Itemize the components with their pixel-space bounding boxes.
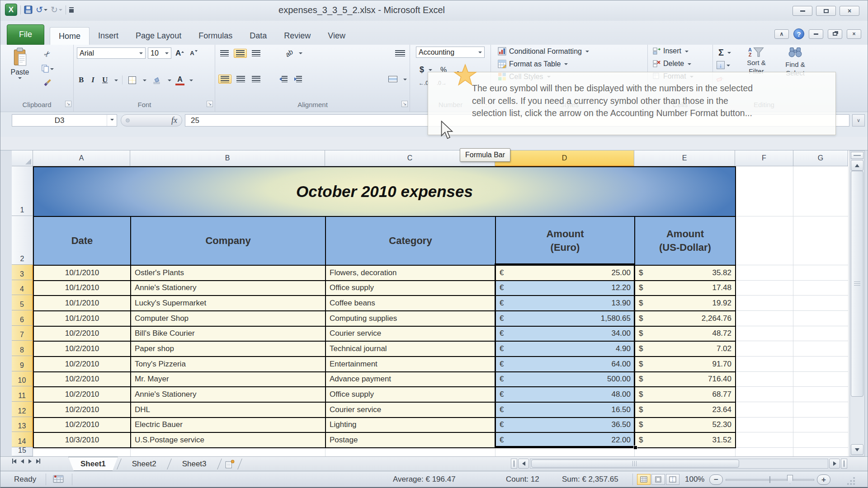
cell-date[interactable]: 10/2/2010 xyxy=(34,372,131,388)
row-header-1[interactable]: 1 xyxy=(12,166,33,216)
fill-button[interactable]: ↓ xyxy=(717,61,725,69)
cell-amount-euro[interactable]: €64.00 xyxy=(496,357,635,372)
scroll-up-button[interactable] xyxy=(851,160,863,171)
insert-function-area[interactable]: fx xyxy=(121,114,182,127)
accounting-format-button[interactable]: $ xyxy=(418,64,426,75)
increase-indent-button[interactable] xyxy=(292,75,304,83)
cell-company[interactable]: Paper shop xyxy=(131,342,326,357)
cell-amount-usd[interactable]: $19.92 xyxy=(635,296,736,311)
workbook-close-button[interactable]: × xyxy=(847,29,861,39)
delete-cells-button[interactable]: Delete xyxy=(663,60,684,68)
font-size-select[interactable]: 10 xyxy=(148,47,171,59)
wrap-text-button[interactable] xyxy=(393,49,407,57)
column-header-G[interactable]: G xyxy=(793,150,848,166)
scroll-right-button[interactable] xyxy=(829,459,840,469)
row-header-11[interactable]: 11 xyxy=(12,386,33,402)
macro-record-button[interactable] xyxy=(53,474,64,486)
tab-file[interactable]: File xyxy=(7,24,44,45)
top-align-button[interactable] xyxy=(218,49,231,57)
cell-category[interactable]: Computing supplies xyxy=(326,311,496,327)
cell-amount-euro[interactable]: €12.20 xyxy=(496,281,635,296)
cell-amount-usd[interactable]: $91.70 xyxy=(635,357,736,372)
vertical-scrollbar[interactable] xyxy=(849,150,865,456)
format-painter-button[interactable] xyxy=(39,78,56,88)
cell-amount-euro[interactable]: €48.00 xyxy=(496,387,635,403)
orientation-button[interactable]: ab xyxy=(282,46,296,60)
horizontal-split-handle-right[interactable] xyxy=(841,459,847,469)
cell-amount-euro[interactable]: €1,580.65 xyxy=(496,311,635,327)
cell-company[interactable]: U.S.Postage service xyxy=(131,433,326,448)
cell-amount-euro[interactable]: €500.00 xyxy=(496,372,635,388)
align-right-button[interactable] xyxy=(250,75,262,83)
cell-amount-euro[interactable]: €22.00 xyxy=(496,433,635,448)
table-header-cell[interactable]: Company xyxy=(131,217,326,266)
fill-color-button[interactable] xyxy=(151,75,163,85)
alignment-dialog-launcher[interactable]: ↘ xyxy=(401,101,408,107)
row-header-2[interactable]: 2 xyxy=(12,216,33,265)
insert-cells-button[interactable]: Insert xyxy=(663,47,681,55)
column-header-E[interactable]: E xyxy=(634,150,735,166)
cell-amount-usd[interactable]: $716.40 xyxy=(635,372,736,388)
tab-insert[interactable]: Insert xyxy=(90,27,127,45)
cell-category[interactable]: Lighting xyxy=(326,418,496,433)
cell-company[interactable]: Ostler's Plants xyxy=(131,266,326,281)
cell-category[interactable]: Advance payment xyxy=(326,372,496,388)
cell-date[interactable]: 10/2/2010 xyxy=(34,342,131,357)
cell-company[interactable]: Bill's Bike Courier xyxy=(131,327,326,342)
cell-amount-usd[interactable]: $52.30 xyxy=(635,418,736,433)
font-family-select[interactable]: Arial xyxy=(77,47,146,59)
tab-view[interactable]: View xyxy=(319,27,354,45)
row-header-9[interactable]: 9 xyxy=(12,356,33,371)
expand-formula-bar-button[interactable]: ∨ xyxy=(852,114,865,127)
cell-amount-euro[interactable]: €16.50 xyxy=(496,403,635,418)
sheet-tab-sheet2[interactable]: Sheet2 xyxy=(120,457,168,471)
horizontal-split-handle[interactable] xyxy=(511,459,517,469)
clipboard-dialog-launcher[interactable]: ↘ xyxy=(65,101,71,107)
row-header-5[interactable]: 5 xyxy=(12,295,33,310)
shrink-font-button[interactable]: A xyxy=(188,49,199,57)
cell-amount-usd[interactable]: $7.02 xyxy=(635,342,736,357)
borders-button[interactable] xyxy=(127,75,138,85)
first-sheet-button[interactable] xyxy=(12,459,16,464)
cell-date[interactable]: 10/2/2010 xyxy=(34,387,131,403)
workbook-restore-button[interactable] xyxy=(828,29,842,39)
page-layout-view-button[interactable] xyxy=(651,474,665,485)
sheet-tab-sheet3[interactable]: Sheet3 xyxy=(170,457,218,471)
center-button[interactable] xyxy=(235,75,247,83)
cell-date[interactable]: 10/2/2010 xyxy=(34,418,131,433)
cell-amount-euro[interactable]: €13.90 xyxy=(496,296,635,311)
close-button[interactable]: × xyxy=(840,6,859,16)
cell-company[interactable]: DHL xyxy=(131,403,326,418)
cell-category[interactable]: Office supply xyxy=(326,281,496,296)
font-color-button[interactable]: A xyxy=(175,75,184,85)
tab-data[interactable]: Data xyxy=(241,27,275,45)
cell-date[interactable]: 10/2/2010 xyxy=(34,403,131,418)
cell-category[interactable]: Coffee beans xyxy=(326,296,496,311)
sheet-tab-sheet1[interactable]: Sheet1 xyxy=(68,457,118,471)
table-header-cell[interactable]: Amount (US-Dollar) xyxy=(635,217,736,266)
collapse-ribbon-button[interactable]: ∧ xyxy=(774,29,789,39)
sort-filter-button[interactable]: AZ Sort &Filter xyxy=(738,47,774,75)
fill-handle[interactable] xyxy=(633,446,637,450)
cell-date[interactable]: 10/2/2010 xyxy=(34,357,131,372)
select-all-button[interactable] xyxy=(12,150,33,166)
cell-amount-usd[interactable]: $31.52 xyxy=(635,433,736,448)
next-sheet-button[interactable] xyxy=(28,459,32,464)
italic-button[interactable]: I xyxy=(90,75,96,85)
row-header-7[interactable]: 7 xyxy=(12,326,33,341)
cell-category[interactable]: Postage xyxy=(326,433,496,448)
cell-amount-usd[interactable]: $35.82 xyxy=(635,266,736,281)
cell-company[interactable]: Computer Shop xyxy=(131,311,326,327)
cell-date[interactable]: 10/1/2010 xyxy=(34,266,131,281)
cell-date[interactable]: 10/1/2010 xyxy=(34,281,131,296)
decrease-indent-button[interactable] xyxy=(278,75,289,83)
last-sheet-button[interactable] xyxy=(36,459,40,464)
row-header-10[interactable]: 10 xyxy=(12,371,33,387)
row-header-6[interactable]: 6 xyxy=(12,310,33,326)
minimize-button[interactable] xyxy=(793,6,812,16)
cell-company[interactable]: Lucky's Supermarket xyxy=(131,296,326,311)
cell-date[interactable]: 10/1/2010 xyxy=(34,311,131,327)
column-header-D[interactable]: D xyxy=(495,150,634,166)
grow-font-button[interactable]: A xyxy=(174,48,186,59)
cell-amount-euro[interactable]: €34.00 xyxy=(496,327,635,342)
